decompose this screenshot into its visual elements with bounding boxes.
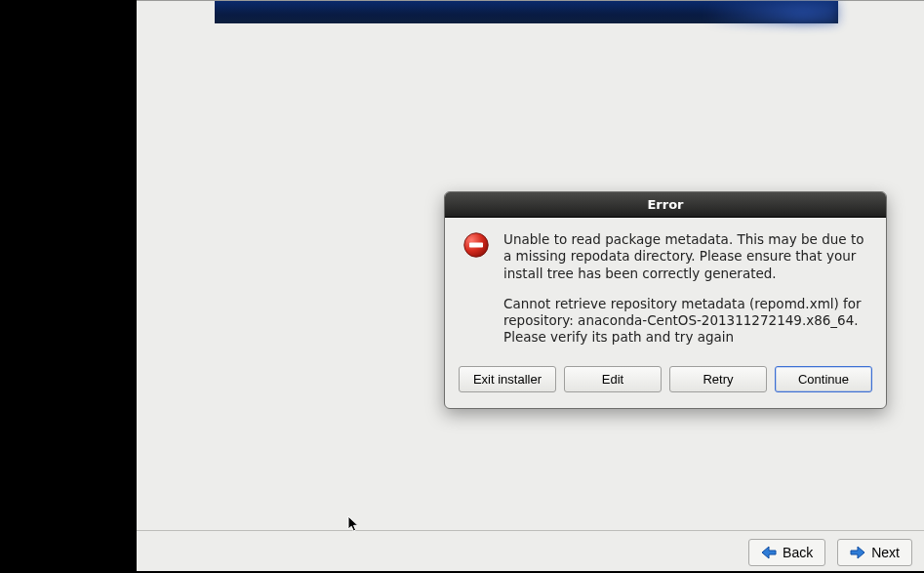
error-icon	[462, 231, 490, 347]
left-black-sidebar	[0, 0, 137, 573]
svg-rect-1	[469, 243, 483, 248]
banner-art	[663, 1, 838, 23]
dialog-title: Error	[647, 197, 683, 212]
retry-button[interactable]: Retry	[669, 366, 767, 392]
header-banner	[215, 1, 838, 23]
arrow-right-icon	[850, 546, 865, 559]
edit-button[interactable]: Edit	[564, 366, 662, 392]
dialog-actions: Exit installer Edit Retry Continue	[445, 362, 886, 408]
continue-button[interactable]: Continue	[775, 366, 872, 392]
main-pane: Error	[137, 0, 924, 573]
next-button[interactable]: Next	[837, 539, 912, 566]
mouse-cursor	[347, 515, 361, 533]
dialog-message: Unable to read package metadata. This ma…	[503, 231, 868, 347]
back-button[interactable]: Back	[748, 539, 825, 566]
exit-installer-button[interactable]: Exit installer	[459, 366, 556, 392]
dialog-body: Unable to read package metadata. This ma…	[445, 218, 886, 362]
footer-bar: Back Next	[137, 530, 924, 573]
dialog-titlebar: Error	[445, 192, 886, 218]
error-dialog: Error	[444, 191, 887, 409]
dialog-msg-p2: Cannot retrieve repository metadata (rep…	[503, 296, 868, 347]
dialog-msg-p1: Unable to read package metadata. This ma…	[503, 231, 868, 282]
next-label: Next	[871, 545, 900, 560]
arrow-left-icon	[761, 546, 777, 559]
installer-root: Error	[0, 0, 924, 573]
back-label: Back	[783, 545, 813, 560]
